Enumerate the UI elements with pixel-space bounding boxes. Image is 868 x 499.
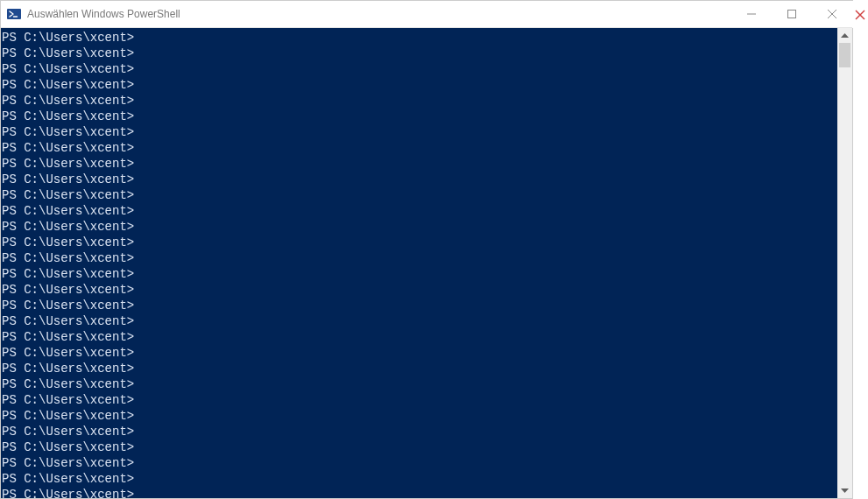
prompt-line: PS C:\Users\xcent> <box>2 46 836 61</box>
svg-marker-7 <box>841 488 849 493</box>
prompt-line: PS C:\Users\xcent> <box>2 439 836 455</box>
powershell-window: Auswählen Windows PowerShell PS C:\Users… <box>0 0 853 499</box>
scroll-up-arrow-icon[interactable] <box>837 28 852 43</box>
prompt-line: PS C:\Users\xcent> <box>2 203 836 219</box>
prompt-line: PS C:\Users\xcent> <box>2 408 836 424</box>
prompt-line: PS C:\Users\xcent> <box>2 345 836 361</box>
svg-marker-6 <box>841 33 849 38</box>
svg-rect-3 <box>788 11 796 18</box>
window-content: PS C:\Users\xcent>PS C:\Users\xcent>PS C… <box>1 28 852 498</box>
partial-close-icon <box>852 1 867 28</box>
terminal-output[interactable]: PS C:\Users\xcent>PS C:\Users\xcent>PS C… <box>1 28 837 498</box>
titlebar[interactable]: Auswählen Windows PowerShell <box>1 1 852 28</box>
prompt-line: PS C:\Users\xcent> <box>2 361 836 376</box>
prompt-line: PS C:\Users\xcent> <box>2 282 836 298</box>
prompt-line: PS C:\Users\xcent> <box>2 471 836 487</box>
prompt-line: PS C:\Users\xcent> <box>2 455 836 471</box>
window-controls <box>731 1 852 27</box>
prompt-line: PS C:\Users\xcent> <box>2 61 836 77</box>
prompt-line: PS C:\Users\xcent> <box>2 424 836 439</box>
prompt-line: PS C:\Users\xcent> <box>2 124 836 140</box>
prompt-line: PS C:\Users\xcent> <box>2 235 836 250</box>
prompt-line: PS C:\Users\xcent> <box>2 109 836 124</box>
prompt-line: PS C:\Users\xcent> <box>2 30 836 46</box>
prompt-line: PS C:\Users\xcent> <box>2 298 836 313</box>
maximize-button[interactable] <box>772 1 812 27</box>
svg-rect-0 <box>7 9 21 19</box>
close-button[interactable] <box>812 1 852 27</box>
prompt-line: PS C:\Users\xcent> <box>2 313 836 329</box>
minimize-button[interactable] <box>731 1 772 27</box>
prompt-line: PS C:\Users\xcent> <box>2 250 836 266</box>
prompt-line: PS C:\Users\xcent> <box>2 77 836 93</box>
powershell-icon <box>6 6 22 22</box>
vertical-scrollbar[interactable] <box>837 28 852 498</box>
prompt-line: PS C:\Users\xcent> <box>2 487 836 498</box>
prompt-line: PS C:\Users\xcent> <box>2 266 836 282</box>
scroll-down-arrow-icon[interactable] <box>837 483 852 498</box>
prompt-line: PS C:\Users\xcent> <box>2 93 836 109</box>
prompt-line: PS C:\Users\xcent> <box>2 376 836 392</box>
prompt-line: PS C:\Users\xcent> <box>2 329 836 345</box>
prompt-line: PS C:\Users\xcent> <box>2 156 836 172</box>
prompt-line: PS C:\Users\xcent> <box>2 219 836 235</box>
prompt-line: PS C:\Users\xcent> <box>2 187 836 203</box>
scroll-track[interactable] <box>837 67 852 483</box>
scroll-thumb[interactable] <box>839 43 850 67</box>
prompt-line: PS C:\Users\xcent> <box>2 140 836 156</box>
window-title: Auswählen Windows PowerShell <box>27 8 731 20</box>
prompt-line: PS C:\Users\xcent> <box>2 172 836 187</box>
prompt-line: PS C:\Users\xcent> <box>2 392 836 408</box>
